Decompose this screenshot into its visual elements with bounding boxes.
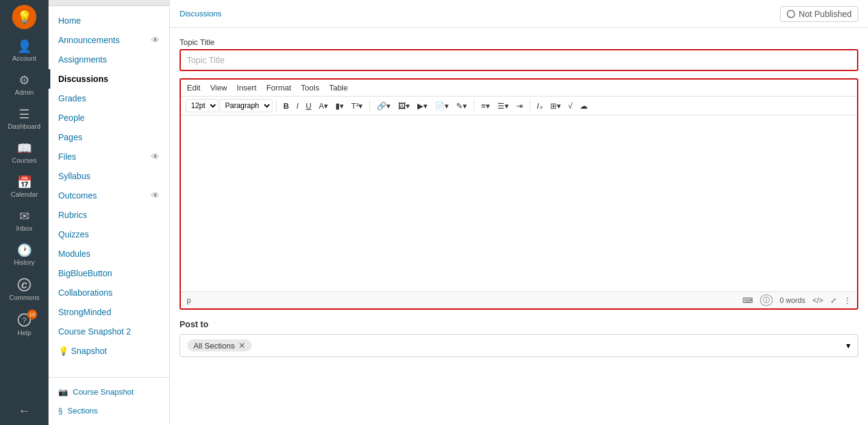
nav-label-history: History <box>14 259 35 266</box>
sidebar-item-grades[interactable]: Grades <box>49 89 169 108</box>
nav-item-inbox[interactable]: ✉ Inbox <box>0 204 49 238</box>
rte-underline-button[interactable]: U <box>303 100 314 112</box>
sidebar-item-home[interactable]: Home <box>49 11 169 30</box>
files-visibility-icon[interactable]: 👁 <box>151 152 160 162</box>
nav-label-dashboard: Dashboard <box>8 123 41 130</box>
not-published-status[interactable]: Not Published <box>780 6 858 22</box>
rte-menubar: Edit View Insert Format Tools Table <box>181 80 857 97</box>
rte-align-button[interactable]: ≡▾ <box>478 100 493 112</box>
rte-embed-button[interactable]: 📄▾ <box>432 100 452 112</box>
rte-keyboard-icon[interactable]: ⌨ <box>742 296 753 305</box>
topic-title-input[interactable] <box>180 49 858 71</box>
announcements-visibility-icon[interactable]: 👁 <box>151 35 160 45</box>
nav-item-dashboard[interactable]: ☰ Dashboard <box>0 102 49 136</box>
nav-item-admin[interactable]: ⚙ Admin <box>0 68 49 102</box>
sidebar-item-rubrics[interactable]: Rubrics <box>49 205 169 225</box>
nav-item-commons[interactable]: c Commons <box>0 272 49 307</box>
post-to-section: Post to All Sections ✕ ▾ <box>180 319 858 357</box>
sidebar-item-strongminded[interactable]: StrongMinded <box>49 302 169 322</box>
sidebar-item-people[interactable]: People <box>49 108 169 127</box>
rte-menu-insert[interactable]: Insert <box>237 83 257 92</box>
nav-item-history[interactable]: 🕐 History <box>0 238 49 272</box>
rte-text-color-button[interactable]: A▾ <box>315 100 331 112</box>
rte-list-button[interactable]: ☰▾ <box>494 100 512 112</box>
rte-body[interactable] <box>181 115 857 291</box>
topic-title-label: Topic Title <box>180 38 858 47</box>
sidebar-item-outcomes[interactable]: Outcomes 👁 <box>49 186 169 205</box>
nav-item-account[interactable]: 👤 Account <box>0 34 49 68</box>
nav-label-account: Account <box>12 55 36 62</box>
rte-special-button[interactable]: ✎▾ <box>453 100 470 112</box>
post-to-label: Post to <box>180 319 858 329</box>
nav-label-courses: Courses <box>12 157 37 164</box>
sidebar-item-course-snapshot-2[interactable]: Course Snapshot 2 <box>49 322 169 341</box>
rte-bold-button[interactable]: B <box>280 100 292 112</box>
sidebar-item-bigbluebutton[interactable]: BigBlueButton <box>49 264 169 283</box>
breadcrumb-link: Discussions <box>180 9 221 18</box>
inbox-icon: ✉ <box>19 210 30 222</box>
rte-superscript-button[interactable]: T²▾ <box>348 100 366 112</box>
sidebar-item-collaborations[interactable]: Collaborations <box>49 283 169 302</box>
outcomes-visibility-icon[interactable]: 👁 <box>151 191 160 200</box>
post-to-tags: All Sections ✕ <box>187 339 252 352</box>
rte-code-view-button[interactable]: </> <box>813 296 823 305</box>
top-bar: Discussions Not Published <box>170 0 868 28</box>
admin-icon: ⚙ <box>19 74 30 86</box>
rte-link-button[interactable]: 🔗▾ <box>374 100 394 112</box>
rte-image-button[interactable]: 🖼▾ <box>395 100 413 112</box>
rte-menu-tools[interactable]: Tools <box>301 83 319 92</box>
rte-paragraph-select[interactable]: Paragraph <box>220 99 272 112</box>
calendar-icon: 📅 <box>17 176 32 188</box>
rte-table-button[interactable]: ⊞▾ <box>547 100 564 112</box>
rte-menu-table[interactable]: Table <box>329 83 348 92</box>
rte-formula-button[interactable]: √ <box>565 100 576 112</box>
rte-highlight-button[interactable]: ▮▾ <box>332 100 347 112</box>
rte-accessibility-icon[interactable]: ⓘ <box>760 294 773 306</box>
sidebar-item-files[interactable]: Files 👁 <box>49 147 169 166</box>
history-icon: 🕐 <box>17 244 32 256</box>
rte-more-button[interactable]: ⋮ <box>844 296 851 305</box>
sidebar-item-syllabus[interactable]: Syllabus <box>49 166 169 186</box>
sidebar-item-announcements[interactable]: Announcements 👁 <box>49 30 169 50</box>
nav-item-help[interactable]: ? 10 Help <box>0 307 49 342</box>
sidebar-item-modules[interactable]: Modules <box>49 244 169 264</box>
sidebar-sections[interactable]: § Sections <box>49 401 169 420</box>
all-sections-tag: All Sections ✕ <box>187 339 252 352</box>
course-sidebar: Home Announcements 👁 Assignments Discuss… <box>49 0 170 425</box>
sidebar-top-bar <box>49 0 169 6</box>
rte-cloud-button[interactable]: ☁ <box>577 100 591 112</box>
nav-collapse-button[interactable]: ← <box>0 396 49 425</box>
rte-menu-view[interactable]: View <box>210 83 227 92</box>
rte-statusbar: p ⌨ ⓘ 0 words </> ⤢ ⋮ <box>181 291 857 308</box>
rte-menu-edit[interactable]: Edit <box>187 83 200 92</box>
sidebar-item-assignments[interactable]: Assignments <box>49 50 169 69</box>
rte-italic-button[interactable]: I <box>293 100 301 112</box>
rte-fullscreen-button[interactable]: ⤢ <box>830 296 836 305</box>
rte-font-size-select[interactable]: 12pt <box>186 99 218 112</box>
app-logo[interactable]: 💡 <box>12 5 36 29</box>
content-area: Topic Title Edit View Insert Format Tool… <box>170 28 868 425</box>
sidebar-item-pages[interactable]: Pages <box>49 127 169 147</box>
post-to-dropdown[interactable]: All Sections ✕ ▾ <box>180 334 858 357</box>
nav-item-courses[interactable]: 📖 Courses <box>0 136 49 170</box>
course-snapshot-icon: 📷 <box>58 387 68 396</box>
rte-indent-button[interactable]: ⇥ <box>513 100 526 112</box>
snapshot-icon: 💡 <box>58 346 69 356</box>
help-icon: ? 10 <box>18 313 31 327</box>
breadcrumb: Discussions <box>180 9 221 18</box>
rte-media-button[interactable]: ▶▾ <box>414 100 431 112</box>
sidebar-item-quizzes[interactable]: Quizzes <box>49 225 169 244</box>
nav-item-calendar[interactable]: 📅 Calendar <box>0 170 49 204</box>
dropdown-chevron-icon: ▾ <box>846 341 850 350</box>
nav-label-calendar: Calendar <box>11 191 38 198</box>
remove-tag-button[interactable]: ✕ <box>238 341 246 350</box>
rte-menu-format[interactable]: Format <box>266 83 291 92</box>
courses-icon: 📖 <box>17 142 32 154</box>
sidebar-item-discussions[interactable]: Discussions <box>49 69 169 89</box>
sidebar-course-snapshot[interactable]: 📷 Course Snapshot <box>49 382 169 401</box>
not-published-icon <box>787 10 795 18</box>
nav-label-admin: Admin <box>15 89 33 96</box>
rte-clear-format-button[interactable]: Iₓ <box>534 100 546 112</box>
toolbar-divider-1 <box>276 100 277 112</box>
sidebar-item-snapshot[interactable]: 💡 Snapshot <box>49 341 169 361</box>
